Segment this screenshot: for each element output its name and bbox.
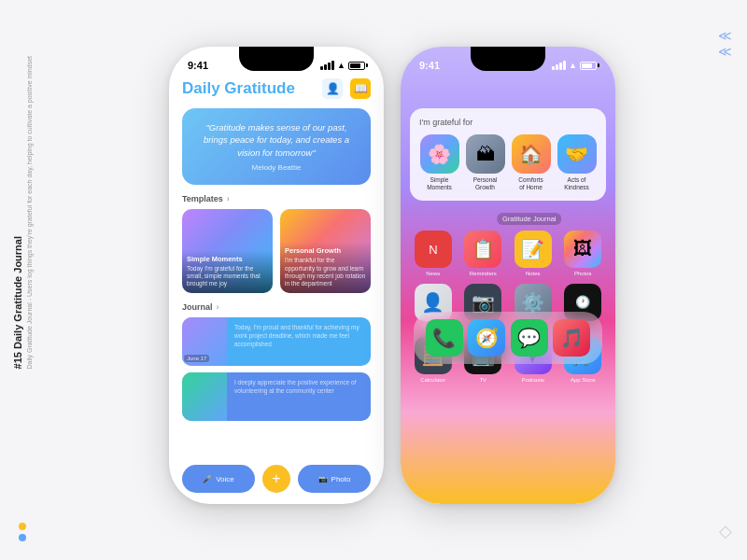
signal-4 [331, 61, 334, 70]
widget-icons-row: 🌸 SimpleMoments 🏔 PersonalGrowth 🏠 Comfo… [419, 134, 597, 191]
battery-icon [348, 62, 365, 70]
safari-icon[interactable]: 🧭 [468, 319, 505, 357]
calculator-label: Calculator [420, 377, 445, 383]
card-1-title: Simple Moments [187, 255, 268, 263]
left-content: Daily Gratitude 👤 📖 "Gratitude makes sen… [169, 77, 384, 504]
blue-dot [19, 534, 26, 541]
quote-section: "Gratitude makes sense of our past, brin… [182, 108, 371, 185]
news-svg: N [423, 239, 444, 259]
camera-icon: 📷 [318, 475, 328, 483]
app-number: #15 Daily Gratitude Journal [11, 62, 25, 369]
dock-messages[interactable]: 💬 [511, 319, 548, 357]
r-battery-icon [580, 62, 597, 70]
notes-icon[interactable]: 📝 [514, 231, 552, 268]
signal-3 [328, 63, 331, 70]
app-photos[interactable]: 🖼 Photos [561, 231, 604, 276]
corner-arrows: ≪ ≪ [718, 28, 732, 60]
app-notes[interactable]: 📝 Notes [512, 231, 555, 276]
music-icon[interactable]: 🎵 [553, 319, 590, 357]
signal-1 [320, 66, 323, 70]
card-2-title: Personal Growth [285, 246, 366, 255]
dock: 📞 🧭 💬 🎵 [414, 312, 602, 364]
personal-growth-label: PersonalGrowth [473, 176, 498, 191]
journal-arrow: › [217, 302, 219, 312]
messages-icon[interactable]: 💬 [511, 319, 548, 357]
acts-label: Acts ofKindness [564, 176, 589, 191]
card-2-desc: I'm thankful for the opportunity to grow… [285, 257, 366, 288]
add-button[interactable]: + [262, 465, 290, 493]
widget-item-comforts: 🏠 Comfortsof Home [512, 134, 551, 191]
arrow-2: ≪ [718, 44, 732, 60]
journal-entry-1[interactable]: June 17 Today, I'm proud and thankful fo… [182, 317, 371, 366]
r-battery-fill [582, 63, 592, 68]
entry-1-date: June 17 [184, 355, 209, 362]
app-title: Daily Gratitude [182, 79, 295, 98]
entry-1-header: Today, I'm proud and thankful for achiev… [234, 323, 363, 348]
app-news[interactable]: N News [412, 231, 455, 276]
gratitude-widget: I'm grateful for 🌸 SimpleMoments 🏔 Perso… [410, 108, 606, 201]
voice-icon: 🎤 [203, 475, 212, 483]
right-status-icons: ▲ [552, 61, 597, 70]
wifi-icon: ▲ [337, 61, 345, 70]
header-icons: 👤 📖 [322, 78, 371, 99]
svg-text:N: N [429, 243, 437, 257]
entry-2-image [182, 372, 227, 421]
dock-music[interactable]: 🎵 [553, 319, 590, 357]
widget-item-personal: 🏔 PersonalGrowth [466, 134, 505, 191]
simple-moments-label: SimpleMoments [427, 176, 452, 191]
acts-icon: 🤝 [557, 134, 597, 174]
podcasts-label: Podcasts [521, 377, 544, 383]
card-1-overlay: Simple Moments Today I'm grateful for th… [182, 250, 273, 293]
app-header: Daily Gratitude 👤 📖 [182, 77, 371, 99]
tv-label: TV [479, 377, 486, 383]
voice-button[interactable]: 🎤 Voice [182, 465, 255, 493]
book-icon[interactable]: 📖 [350, 78, 371, 99]
widget-item-acts: 🤝 Acts ofKindness [557, 134, 597, 191]
app-row-1: N News 📋 Reminders 📝 Notes 🖼 Photo [408, 231, 608, 276]
gratitude-section-label: Gratitude Journal [401, 208, 615, 229]
r-signal-3 [559, 63, 562, 70]
entry-2-text: I deeply appreciate the positive experie… [234, 378, 363, 395]
news-icon[interactable]: N [415, 231, 452, 268]
sidebar-label: #15 Daily Gratitude Journal Daily Gratit… [11, 56, 67, 369]
card-2-overlay: Personal Growth I'm thankful for the opp… [280, 242, 371, 293]
entry-1-image: June 17 [182, 317, 227, 366]
app-reminders[interactable]: 📋 Reminders [461, 231, 504, 276]
journal-entries: June 17 Today, I'm proud and thankful fo… [182, 317, 371, 421]
photo-button[interactable]: 📷 Photo [298, 465, 371, 493]
journal-entry-2[interactable]: I deeply appreciate the positive experie… [182, 372, 371, 421]
appstore-label: App Store [571, 377, 596, 383]
news-label: News [426, 271, 440, 276]
signal-2 [324, 64, 327, 70]
r-signal-4 [563, 61, 566, 70]
journal-label: Journal › [182, 302, 371, 312]
dock-safari[interactable]: 🧭 [468, 319, 505, 357]
quote-text: "Gratitude makes sense of our past, brin… [193, 121, 359, 159]
right-notch [471, 47, 545, 71]
card-1-desc: Today I'm grateful for the small, simple… [187, 265, 268, 288]
phones-container: 9:41 ▲ Daily Gratitude 👤 📖 [65, 19, 719, 532]
quote-author: Melody Beattie [193, 163, 359, 172]
template-card-1[interactable]: Simple Moments Today I'm grateful for th… [182, 209, 273, 293]
entry-2-text-area: I deeply appreciate the positive experie… [227, 372, 371, 421]
template-card-2[interactable]: Personal Growth I'm thankful for the opp… [280, 209, 371, 293]
r-signal-1 [552, 66, 555, 70]
widget-item-simple: 🌸 SimpleMoments [420, 134, 459, 191]
right-phone: 9:41 ▲ I'm grateful for [401, 47, 615, 504]
bottom-action-bar: 🎤 Voice + 📷 Photo [169, 465, 384, 493]
entry-1-text-area: Today, I'm proud and thankful for achiev… [227, 317, 371, 366]
reminders-label: Reminders [470, 271, 497, 276]
photos-icon[interactable]: 🖼 [564, 231, 601, 268]
r-wifi-icon: ▲ [569, 61, 577, 70]
diamond-icon: ◇ [719, 521, 732, 541]
comforts-icon: 🏠 [512, 134, 551, 174]
bottom-dots [19, 523, 26, 541]
arrow-1: ≪ [718, 28, 732, 44]
personal-growth-icon: 🏔 [466, 134, 505, 174]
phone-icon[interactable]: 📞 [426, 319, 463, 357]
profile-icon[interactable]: 👤 [322, 78, 343, 99]
reminders-icon[interactable]: 📋 [464, 231, 501, 268]
dock-phone[interactable]: 📞 [426, 319, 463, 357]
simple-moments-icon: 🌸 [420, 134, 459, 174]
photos-label: Photos [574, 271, 592, 276]
